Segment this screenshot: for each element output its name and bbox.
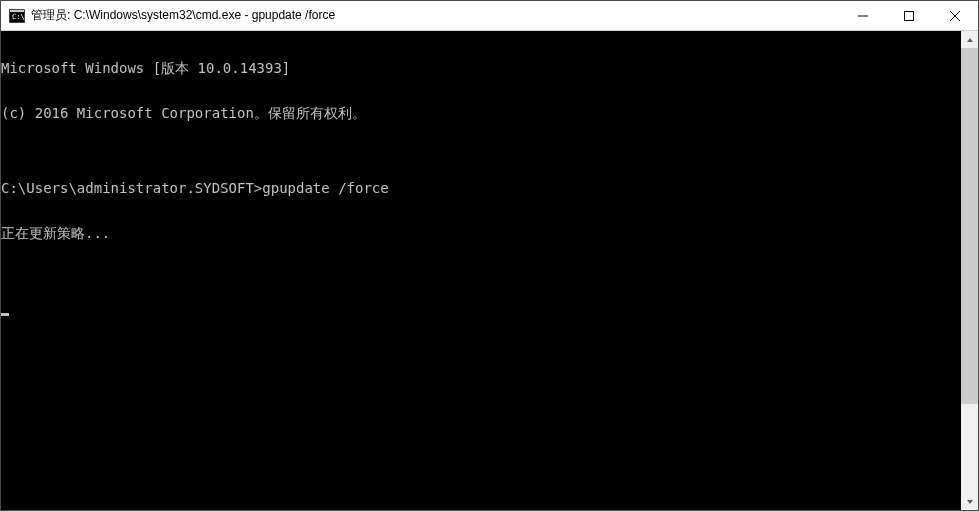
svg-marker-8 xyxy=(967,500,973,504)
scrollbar-down-button[interactable] xyxy=(961,493,978,510)
cursor xyxy=(1,313,9,316)
command: gpupdate /force xyxy=(262,180,388,196)
svg-rect-4 xyxy=(905,11,914,20)
window-title: 管理员: C:\Windows\system32\cmd.exe - gpupd… xyxy=(31,7,840,24)
titlebar[interactable]: C:\ 管理员: C:\Windows\system32\cmd.exe - g… xyxy=(1,1,978,31)
terminal-container: Microsoft Windows [版本 10.0.14393] (c) 20… xyxy=(1,31,978,510)
minimize-button[interactable] xyxy=(840,1,886,30)
scrollbar-track[interactable] xyxy=(961,48,978,493)
cmd-icon: C:\ xyxy=(9,8,25,24)
terminal-cursor-line xyxy=(1,301,961,316)
scrollbar-thumb[interactable] xyxy=(961,48,978,404)
maximize-button[interactable] xyxy=(886,1,932,30)
svg-rect-1 xyxy=(10,10,24,12)
terminal-line: 正在更新策略... xyxy=(1,226,961,241)
close-button[interactable] xyxy=(932,1,978,30)
prompt: C:\Users\administrator.SYDSOFT> xyxy=(1,180,262,196)
terminal-line: (c) 2016 Microsoft Corporation。保留所有权利。 xyxy=(1,106,961,121)
terminal-prompt-line: C:\Users\administrator.SYDSOFT>gpupdate … xyxy=(1,181,961,196)
terminal[interactable]: Microsoft Windows [版本 10.0.14393] (c) 20… xyxy=(1,31,961,510)
vertical-scrollbar[interactable] xyxy=(961,31,978,510)
command-prompt-window: C:\ 管理员: C:\Windows\system32\cmd.exe - g… xyxy=(0,0,979,511)
svg-text:C:\: C:\ xyxy=(12,13,25,21)
window-controls xyxy=(840,1,978,30)
terminal-line: Microsoft Windows [版本 10.0.14393] xyxy=(1,61,961,76)
scrollbar-up-button[interactable] xyxy=(961,31,978,48)
svg-marker-7 xyxy=(967,38,973,42)
